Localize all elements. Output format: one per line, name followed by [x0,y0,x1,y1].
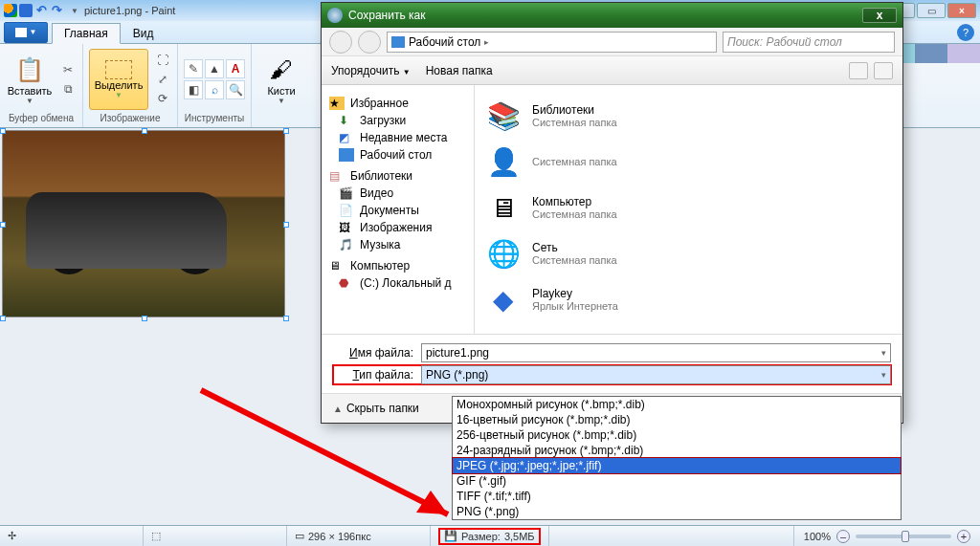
filetype-select[interactable]: PNG (*.png)▾ [421,365,891,384]
tree-favorites[interactable]: ★Избранное [325,95,470,112]
group-label-clipboard: Буфер обмена [9,113,74,125]
breadcrumb[interactable]: Рабочий стол ▸ [387,32,717,53]
desktop-icon [391,36,405,48]
dialog-body: ★Избранное ⬇Загрузки ◩Недавние места Раб… [322,85,902,334]
paste-label: Вставить [8,85,53,97]
resize-handle[interactable] [0,222,6,228]
filetype-option[interactable]: 16-цветный рисунок (*.bmp;*.dib) [453,412,901,427]
status-selection: ⬚ [144,526,287,546]
organize-button[interactable]: Упорядочить ▼ [331,64,411,77]
zoom-slider[interactable] [856,535,951,538]
save-icon[interactable] [19,4,33,17]
text-icon[interactable]: A [226,59,245,78]
hide-folders-button[interactable]: Скрыть папки [346,402,419,415]
zoom-in-button[interactable]: + [957,530,970,543]
new-folder-button[interactable]: Новая папка [426,64,493,77]
filetype-option-selected[interactable]: JPEG (*.jpg;*.jpeg;*.jpe;*.jfif) [452,457,902,474]
resize-icon[interactable]: ⤢ [154,71,171,88]
select-button[interactable]: Выделить ▼ [89,49,148,110]
maximize-button[interactable]: ▭ [917,3,946,18]
tree-documents[interactable]: 📄Документы [325,202,470,219]
resize-handle[interactable] [283,128,289,134]
user-icon: 👤 [484,142,523,181]
nav-back-button[interactable] [329,31,352,54]
file-menu-button[interactable]: ▼ [4,22,48,43]
help-icon[interactable] [874,62,893,79]
tree-images[interactable]: 🖼Изображения [325,219,470,236]
paste-button[interactable]: 📋 Вставить ▼ [6,49,54,110]
tree-drive-c[interactable]: ⬣(C:) Локальный д [325,274,470,292]
fill-icon[interactable]: ▲ [205,59,224,78]
dialog-close-button[interactable]: x [862,8,897,23]
pencil-icon[interactable]: ✎ [184,59,203,78]
tab-view[interactable]: Вид [121,23,167,43]
shortcut-icon: ◆ [484,280,523,318]
resize-handle[interactable] [0,128,6,134]
group-clipboard: 📋 Вставить ▼ ✂ ⧉ Буфер обмена [0,44,83,127]
window-title: picture1.png - Paint [84,5,175,16]
filetype-option[interactable]: 256-цветный рисунок (*.bmp;*.dib) [453,427,901,443]
help-button[interactable]: ? [957,24,974,41]
eraser-icon[interactable]: ◧ [184,80,203,99]
dialog-nav: Рабочий стол ▸ Поиск: Рабочий стол [322,28,902,56]
filetype-label: Тип файла: [333,368,421,382]
dialog-titlebar[interactable]: Сохранить как x [322,3,902,28]
view-options-button[interactable] [849,62,868,79]
tab-home[interactable]: Главная [52,23,121,44]
crop-icon[interactable]: ⛶ [154,52,171,69]
filename-label: Имя файла: [333,346,421,360]
filetype-option[interactable]: GIF (*.gif) [453,473,901,489]
group-label-image: Изображение [100,113,161,125]
list-item[interactable]: 📚БиблиотекиСистемная папка [484,93,893,139]
filetype-option[interactable]: 24-разрядный рисунок (*.bmp;*.dib) [453,443,901,458]
filetype-dropdown[interactable]: Монохромный рисунок (*.bmp;*.dib) 16-цве… [452,396,902,520]
brushes-button[interactable]: 🖌 Кисти ▼ [257,49,305,110]
tree-desktop[interactable]: Рабочий стол [325,146,470,164]
brushes-label: Кисти [267,85,295,97]
zoom-out-button[interactable]: – [836,530,850,543]
status-cursor: ✢ [0,526,144,546]
magnifier-icon[interactable]: 🔍 [226,80,245,99]
rotate-icon[interactable]: ⟳ [154,90,171,107]
close-button[interactable]: × [947,3,976,18]
tree-video[interactable]: 🎬Видео [325,185,470,202]
tree-music[interactable]: 🎵Музыка [325,236,470,253]
group-label-tools: Инструменты [185,113,244,125]
tree-recent[interactable]: ◩Недавние места [325,129,470,146]
tree-computer[interactable]: 🖥Компьютер [325,257,470,274]
list-item[interactable]: 🖥КомпьютерСистемная папка [484,185,893,230]
qat-dropdown-icon[interactable]: ▼ [71,7,78,15]
resize-handle[interactable] [283,222,289,228]
status-bar: ✢ ⬚ ▭ 296 × 196пкс 💾 Размер: 3,5МБ 100% … [0,525,980,546]
canvas-image[interactable] [2,130,285,317]
filetype-option[interactable]: PNG (*.png) [453,504,901,519]
filetype-option[interactable]: TIFF (*.tif;*.tiff) [453,489,901,504]
group-brushes: 🖌 Кисти ▼ [252,44,311,127]
zoom-control: 100% – + [794,530,980,543]
cut-icon[interactable]: ✂ [59,61,77,78]
tree-libraries[interactable]: ▤Библиотеки [325,167,470,185]
redo-icon[interactable]: ↷ [50,4,63,17]
search-input[interactable]: Поиск: Рабочий стол [723,32,895,53]
list-item[interactable]: 🌐СетьСистемная папка [484,230,893,276]
libraries-icon: 📚 [484,97,523,135]
zoom-value: 100% [804,531,831,542]
nav-forward-button[interactable] [358,31,381,54]
tree-downloads[interactable]: ⬇Загрузки [325,112,470,129]
list-item[interactable]: ◆PlaykeyЯрлык Интернета [484,276,893,322]
list-item[interactable]: 👤Системная папка [484,139,893,185]
filetype-option[interactable]: Монохромный рисунок (*.bmp;*.dib) [453,397,901,412]
file-listing[interactable]: 📚БиблиотекиСистемная папка 👤Системная па… [475,85,902,334]
breadcrumb-text: Рабочий стол [409,35,480,49]
filesize-highlight: 💾 Размер: 3,5МБ [438,528,541,545]
picker-icon[interactable]: ⌕ [205,80,224,99]
quick-access-toolbar: ↶ ↷ [4,4,63,17]
resize-handle[interactable] [283,316,289,321]
resize-handle[interactable] [142,316,147,321]
copy-icon[interactable]: ⧉ [59,80,77,98]
resize-handle[interactable] [142,128,147,134]
filename-input[interactable]: picture1.png▾ [421,343,891,362]
nav-tree[interactable]: ★Избранное ⬇Загрузки ◩Недавние места Раб… [322,85,475,334]
resize-handle[interactable] [0,316,6,321]
undo-icon[interactable]: ↶ [34,4,48,17]
